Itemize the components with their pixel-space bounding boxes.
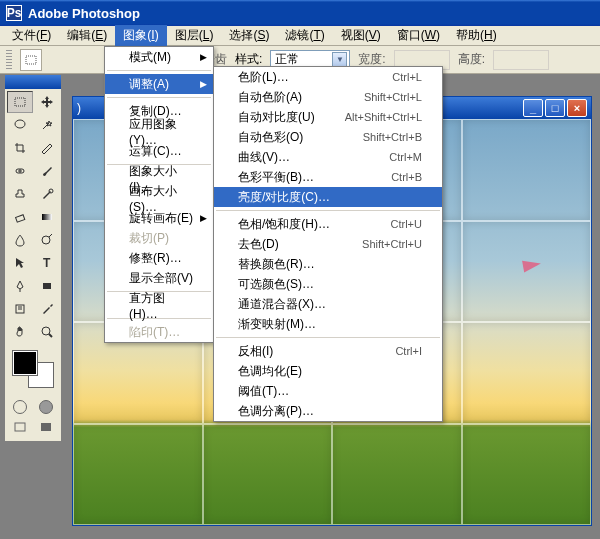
menu-item-label: 替换颜色(R)…	[238, 256, 315, 273]
menu-v[interactable]: 视图(V)	[333, 25, 389, 46]
svg-point-6	[49, 189, 53, 193]
menu-item[interactable]: 应用图象(Y)…	[105, 121, 213, 141]
brush-tool[interactable]	[34, 160, 60, 182]
shape-tool[interactable]	[34, 275, 60, 297]
menu-w[interactable]: 窗口(W)	[389, 25, 448, 46]
menu-item[interactable]: 反相(I)Ctrl+I	[214, 341, 442, 361]
height-input[interactable]	[493, 50, 549, 70]
foreground-color[interactable]	[13, 351, 37, 375]
svg-point-16	[42, 327, 50, 335]
submenu-arrow-icon: ▶	[200, 52, 207, 62]
menu-shortcut: Shift+Ctrl+U	[362, 238, 422, 250]
menu-i[interactable]: 图象(I)	[115, 25, 166, 46]
menu-item-label: 自动色彩(O)	[238, 129, 303, 146]
wand-tool[interactable]	[34, 114, 60, 136]
menu-shortcut: Shift+Ctrl+L	[364, 91, 422, 103]
zoom-tool[interactable]	[34, 321, 60, 343]
move-tool[interactable]	[34, 91, 60, 113]
menu-item[interactable]: 模式(M)▶	[105, 47, 213, 67]
type-tool[interactable]: T	[34, 252, 60, 274]
separator	[107, 70, 211, 71]
menu-item[interactable]: 自动对比度(U)Alt+Shift+Ctrl+L	[214, 107, 442, 127]
path-select-tool[interactable]	[7, 252, 33, 274]
slice-tool[interactable]	[34, 137, 60, 159]
menu-item-label: 模式(M)	[129, 49, 171, 66]
menu-item[interactable]: 渐变映射(M)…	[214, 314, 442, 334]
svg-text:T: T	[43, 256, 51, 270]
menu-s[interactable]: 选择(S)	[221, 25, 277, 46]
menu-item[interactable]: 替换颜色(R)…	[214, 254, 442, 274]
menu-item: 陷印(T)…	[105, 322, 213, 342]
pen-tool[interactable]	[7, 275, 33, 297]
svg-point-9	[42, 236, 50, 244]
menu-item[interactable]: 自动色彩(O)Shift+Ctrl+B	[214, 127, 442, 147]
marquee-preset-icon[interactable]	[20, 49, 42, 71]
menu-item-label: 阈值(T)…	[238, 383, 289, 400]
blur-tool[interactable]	[7, 229, 33, 251]
dodge-tool[interactable]	[34, 229, 60, 251]
menu-item[interactable]: 画布大小(S)…	[105, 188, 213, 208]
menu-f[interactable]: 文件(F)	[4, 25, 59, 46]
stamp-tool[interactable]	[7, 183, 33, 205]
menu-item[interactable]: 显示全部(V)	[105, 268, 213, 288]
menu-item[interactable]: 可选颜色(S)…	[214, 274, 442, 294]
menu-item[interactable]: 亮度/对比度(C)…	[214, 187, 442, 207]
rect-marquee-icon	[24, 53, 38, 67]
menu-item[interactable]: 色调分离(P)…	[214, 401, 442, 421]
menu-t[interactable]: 滤镜(T)	[277, 25, 332, 46]
minimize-button[interactable]: _	[523, 99, 543, 117]
menu-item-label: 渐变映射(M)…	[238, 316, 316, 333]
standard-mode[interactable]	[7, 397, 33, 417]
submenu-arrow-icon: ▶	[200, 213, 207, 223]
menu-item[interactable]: 色彩平衡(B)…Ctrl+B	[214, 167, 442, 187]
menu-item-label: 自动对比度(U)	[238, 109, 315, 126]
menu-item[interactable]: 去色(D)Shift+Ctrl+U	[214, 234, 442, 254]
notes-tool[interactable]	[7, 298, 33, 320]
menu-e[interactable]: 编辑(E)	[59, 25, 115, 46]
menu-item[interactable]: 曲线(V)…Ctrl+M	[214, 147, 442, 167]
menu-item[interactable]: 阈值(T)…	[214, 381, 442, 401]
quickmask-modes	[5, 393, 61, 441]
menu-item-label: 显示全部(V)	[129, 270, 193, 287]
menu-item-label: 可选颜色(S)…	[238, 276, 314, 293]
menu-item-label: 旋转画布(E)	[129, 210, 193, 227]
hand-tool[interactable]	[7, 321, 33, 343]
quickmask-mode[interactable]	[33, 397, 59, 417]
menu-item[interactable]: 通道混合器(X)…	[214, 294, 442, 314]
menu-item[interactable]: 色相/饱和度(H)…Ctrl+U	[214, 214, 442, 234]
separator	[107, 97, 211, 98]
menu-item: 裁切(P)	[105, 228, 213, 248]
maximize-button[interactable]: □	[545, 99, 565, 117]
menu-item[interactable]: 旋转画布(E)▶	[105, 208, 213, 228]
menu-item[interactable]: 运算(C)…	[105, 141, 213, 161]
menu-shortcut: Ctrl+U	[391, 218, 422, 230]
toolbox-header[interactable]	[5, 75, 61, 89]
menu-item[interactable]: 直方图(H)…	[105, 295, 213, 315]
toolbox: T	[4, 74, 62, 442]
menu-h[interactable]: 帮助(H)	[448, 25, 505, 46]
close-button[interactable]: ×	[567, 99, 587, 117]
document-title: )	[77, 101, 81, 115]
gradient-tool[interactable]	[34, 206, 60, 228]
screen-mode-1[interactable]	[7, 417, 33, 437]
eyedropper-tool[interactable]	[34, 298, 60, 320]
app-title: Adobe Photoshop	[28, 6, 140, 21]
menu-item[interactable]: 色调均化(E)	[214, 361, 442, 381]
menu-item[interactable]: 自动色阶(A)Shift+Ctrl+L	[214, 87, 442, 107]
menu-l[interactable]: 图层(L)	[167, 25, 222, 46]
menu-shortcut: Shift+Ctrl+B	[363, 131, 422, 143]
marquee-tool[interactable]	[7, 91, 33, 113]
menu-item-label: 裁切(P)	[129, 230, 169, 247]
menu-item[interactable]: 调整(A)▶	[105, 74, 213, 94]
svg-rect-12	[43, 283, 51, 289]
history-brush-tool[interactable]	[34, 183, 60, 205]
eraser-tool[interactable]	[7, 206, 33, 228]
menu-item-label: 色阶(L)…	[238, 69, 289, 86]
crop-tool[interactable]	[7, 137, 33, 159]
lasso-tool[interactable]	[7, 114, 33, 136]
menu-item-label: 色调均化(E)	[238, 363, 302, 380]
menu-item[interactable]: 色阶(L)…Ctrl+L	[214, 67, 442, 87]
screen-mode-2[interactable]	[33, 417, 59, 437]
menu-item[interactable]: 修整(R)…	[105, 248, 213, 268]
heal-tool[interactable]	[7, 160, 33, 182]
